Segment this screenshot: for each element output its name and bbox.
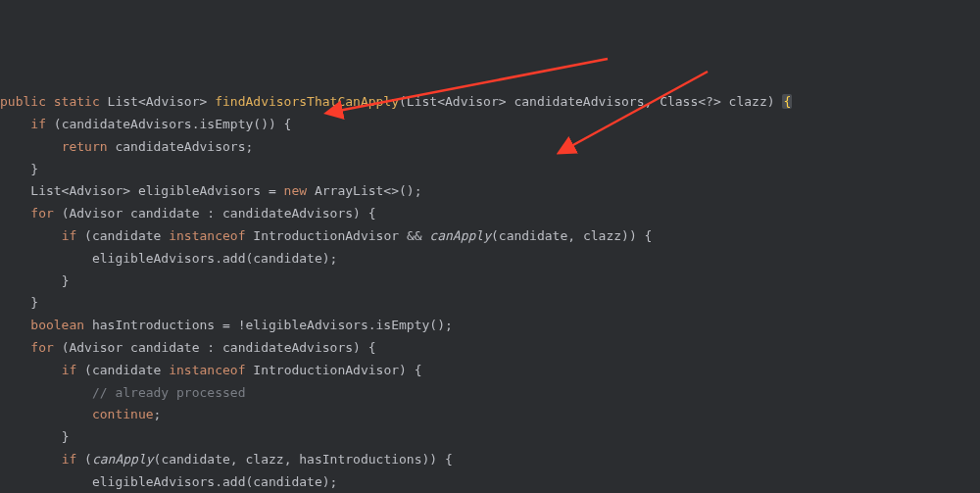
token-ident: candidateAdvisors: [62, 117, 192, 131]
token-punct: =: [261, 183, 283, 198]
token-punct: ();: [399, 183, 421, 198]
token-punct: }: [30, 295, 38, 310]
token-k: if: [62, 452, 77, 467]
token-punct: (: [84, 228, 92, 243]
token-punct: (: [399, 94, 407, 109]
token-ident: clazz: [246, 452, 284, 467]
code-line-6: for (Advisor candidate : candidateAdviso…: [0, 203, 980, 225]
token-punct: (: [54, 117, 62, 131]
token-punct: )) {: [621, 228, 652, 243]
token-ident: hasIntroductions: [299, 452, 421, 467]
token-type: List<Advisor>: [108, 94, 208, 109]
token-type: IntroductionAdvisor: [253, 228, 399, 243]
token-punct: ) {: [399, 363, 421, 377]
token-k: for: [30, 340, 53, 355]
token-ident: candidate: [253, 474, 321, 489]
token-punct: (: [84, 363, 92, 377]
token-brace-hl: {: [782, 94, 792, 109]
token-ident: isEmpty: [200, 117, 254, 131]
token-punct: .: [215, 251, 222, 266]
token-k: return: [62, 139, 108, 154]
token-punct: .: [368, 318, 376, 332]
token-method-decl: findAdvisorsThatCanApply: [215, 94, 399, 109]
code-line-18: eligibleAdvisors.add(candidate);: [0, 471, 980, 493]
token-punct: );: [322, 474, 338, 489]
code-line-10: }: [0, 292, 980, 315]
code-line-11: boolean hasIntroductions = !eligibleAdvi…: [0, 315, 980, 337]
code-line-1: public static List<Advisor> findAdvisors…: [0, 91, 980, 114]
token-type: Advisor: [69, 340, 122, 355]
token-ident: candidate: [92, 228, 161, 243]
token-ident: eligibleAdvisors: [92, 251, 215, 266]
token-k: for: [30, 206, 53, 221]
token-k: if: [30, 117, 46, 131]
token-punct: = !: [215, 318, 245, 332]
token-ident: eligibleAdvisors: [92, 474, 215, 489]
token-k: public: [0, 94, 46, 109]
code-line-2: if (candidateAdvisors.isEmpty()) {: [0, 114, 980, 136]
token-ident: clazz: [583, 228, 621, 243]
token-ident: candidateAdvisors: [115, 139, 245, 154]
token-punct: &&: [407, 228, 429, 243]
token-methoditalic: canApply: [92, 452, 154, 467]
token-punct: ): [767, 94, 783, 109]
token-type: Class<?>: [660, 94, 721, 109]
token-punct: ,: [284, 452, 300, 467]
code-line-13: if (candidate instanceof IntroductionAdv…: [0, 360, 980, 382]
token-type: ArrayList<>: [315, 183, 399, 198]
token-ident: candidate: [253, 251, 321, 266]
token-k: new: [284, 183, 307, 198]
token-ident: candidate: [130, 206, 199, 221]
token-ident: candidateAdvisors: [514, 94, 644, 109]
token-punct: .: [192, 117, 200, 131]
token-punct: ();: [429, 318, 452, 332]
token-punct: }: [62, 429, 70, 444]
token-k: static: [54, 94, 100, 109]
token-k: instanceof: [169, 228, 245, 243]
token-punct: ,: [230, 452, 246, 467]
code-line-3: return candidateAdvisors;: [0, 136, 980, 159]
token-ident: eligibleAdvisors: [245, 318, 368, 332]
code-line-12: for (Advisor candidate : candidateAdviso…: [0, 337, 980, 360]
token-ident: clazz: [729, 94, 767, 109]
token-punct: :: [200, 340, 222, 355]
token-ident: add: [222, 251, 245, 266]
token-ident: candidateAdvisors: [222, 206, 353, 221]
code-line-4: }: [0, 159, 980, 181]
code-line-14: // already processed: [0, 382, 980, 405]
token-ident: candidate: [130, 340, 199, 355]
token-comment: // already processed: [92, 385, 246, 400]
token-ident: eligibleAdvisors: [138, 183, 261, 198]
code-line-9: }: [0, 271, 980, 293]
token-punct: .: [215, 474, 222, 489]
token-k: if: [62, 363, 77, 377]
token-punct: }: [62, 273, 70, 288]
token-ident: candidate: [161, 452, 229, 467]
token-type: IntroductionAdvisor: [253, 363, 399, 377]
token-type: List<Advisor>: [407, 94, 507, 109]
token-punct: (: [84, 452, 92, 467]
token-type: Advisor: [69, 206, 122, 221]
code-line-8: eligibleAdvisors.add(candidate);: [0, 248, 980, 271]
token-punct: ) {: [353, 206, 375, 221]
token-punct: ,: [644, 94, 660, 109]
token-punct: )) {: [422, 452, 453, 467]
token-punct: ;: [154, 407, 162, 421]
token-k: if: [62, 228, 77, 243]
token-punct: ,: [567, 228, 583, 243]
code-line-17: if (canApply(candidate, clazz, hasIntrod…: [0, 449, 980, 471]
token-ident: candidate: [499, 228, 567, 243]
token-ident: candidateAdvisors: [222, 340, 353, 355]
token-type: List<Advisor>: [30, 183, 130, 198]
code-line-16: }: [0, 426, 980, 449]
token-punct: }: [30, 162, 38, 176]
token-punct: :: [200, 206, 222, 221]
token-ident: hasIntroductions: [92, 318, 215, 332]
token-k: instanceof: [169, 363, 245, 377]
token-methoditalic: canApply: [429, 228, 491, 243]
token-ident: add: [222, 474, 245, 489]
code-line-15: continue;: [0, 404, 980, 426]
code-line-7: if (candidate instanceof IntroductionAdv…: [0, 225, 980, 248]
token-k: boolean: [30, 318, 84, 332]
token-punct: ;: [245, 139, 253, 154]
